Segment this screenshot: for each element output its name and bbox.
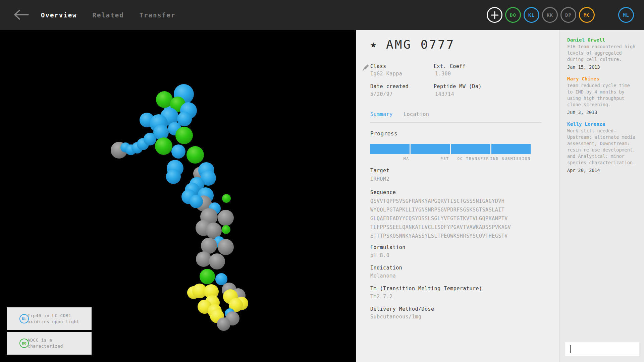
main-nav: Overview Related Transfer [41,0,175,30]
comment-item: Daniel Orwell FIH team encountered high … [567,37,638,70]
field-value: 1.300 [435,71,451,77]
progress-labels: MA PST QC TRANSFER IND SUBMISSION [370,157,531,161]
comment-item: Mary Chimes Team reduced cycle time to I… [567,76,638,115]
progress-segment-ind-submission[interactable] [491,144,531,154]
avatar-do[interactable]: DO [505,7,521,23]
atom-sphere-b [166,169,181,184]
progress-segment-pst[interactable] [411,144,450,154]
annotation-note-do[interactable]: DO ADCC is a characterized [7,332,92,355]
badge-initials: DO [22,341,26,346]
annotation-text: ADCC is a characterized [28,337,88,349]
annotation-author-badge: DO [19,339,29,348]
annotation-text: Trp40 in LC CDR1 oxidizes upon light [28,313,88,325]
atom-sphere-x [201,238,217,254]
section-value: IRHOM2 [370,176,389,182]
field-value: 143714 [435,91,454,97]
add-button[interactable] [487,7,502,23]
field-label: Class [370,63,386,69]
top-bar: Overview Related Transfer DO KL KK DP MC… [0,0,644,30]
atom-sphere-g [200,269,215,284]
avatar-group: DO KL KK DP MC ML [487,7,634,23]
section-value: Subcutaneous/1mg [370,314,422,320]
comment-input[interactable] [565,342,639,356]
atom-sphere-b [215,273,227,285]
avatar-initials: ML [623,12,629,18]
comment-input-box [565,342,639,356]
comment-text: Work still needed— Upstream: alternate m… [567,128,638,166]
atom-sphere-g [222,194,231,203]
atom-sphere-g [186,146,204,164]
atom-sphere-b [190,195,203,208]
comment-author: Kelly Lorenza [567,121,638,127]
avatar-initials: MC [584,12,590,18]
section-label: Sequence [370,189,396,195]
progress-label: MA [370,157,409,161]
tab-related[interactable]: Related [93,11,124,19]
atom-sphere-g [175,127,193,144]
edit-pencil-icon[interactable] [362,64,369,73]
atom-sphere-b [153,125,169,140]
field-value: 5/20/97 [370,91,393,97]
page-title: AMG 0777 [386,38,455,51]
field-label: Peptide MW (Da) [434,83,482,89]
atom-sphere-x [218,239,234,255]
details-panel: ★ AMG 0777 Class IgG2-Kappa Ext. Coeff 1… [356,30,559,362]
atom-sphere-g [155,137,172,155]
avatar-initials: DP [565,12,572,18]
progress-label: PST [410,157,449,161]
avatar-initials: DO [510,12,516,18]
avatar-kk[interactable]: KK [542,7,558,23]
atom-sphere-x [218,210,234,226]
progress-title: Progress [370,130,397,137]
comment-text: FIH team encountered high levels of aggr… [567,44,638,63]
atom-sphere-b [171,144,185,159]
favorite-star-icon[interactable]: ★ [370,38,376,50]
tab-transfer[interactable]: Transfer [140,11,176,19]
comment-date: Jun 3, 2013 [567,110,638,115]
field-label: Ext. Coeff [434,63,466,69]
section-label: Target [370,168,389,174]
back-arrow-icon[interactable] [13,9,29,21]
progress-label: IND SUBMISSION [490,157,531,161]
atom-sphere-g [222,225,230,234]
avatar-initials: KK [547,12,553,18]
section-value: Tm2 7.2 [370,294,393,300]
section-label: Tm (Transition Melting Temperature) [370,286,482,292]
annotation-author-badge: KL [19,314,29,323]
field-label: Date created [370,83,409,89]
comment-author: Mary Chimes [567,76,638,81]
atom-sphere-x [209,253,225,269]
section-label: Formulation [370,244,406,250]
progress-bar [370,144,531,154]
section-value: Melanoma [370,273,396,279]
comments-panel: Daniel Orwell FIH team encountered high … [559,30,644,362]
divider [370,122,541,123]
tab-location[interactable]: Location [404,111,429,117]
avatar-current-user[interactable]: ML [618,7,634,23]
molecule-viewport[interactable]: KL Trp40 in LC CDR1 oxidizes upon light … [0,30,356,362]
comment-date: Apr 20, 2014 [567,168,638,173]
field-value: IgG2-Kappa [370,71,402,77]
atom-sphere-x [196,251,211,267]
sequence-text: QSVVTQPPSVSGFRANKYAPGQRVTISCTGSSSNIGAGYD… [370,197,551,240]
tab-overview[interactable]: Overview [41,11,77,19]
avatar-dp[interactable]: DP [560,7,576,23]
atom-sphere-x [206,223,222,239]
avatar-mc[interactable]: MC [579,7,595,23]
progress-segment-qc-transfer[interactable] [451,144,490,154]
comment-text: Team reduced cycle time to IND by 4 mont… [567,82,638,108]
comment-item: Kelly Lorenza Work still needed— Upstrea… [567,121,638,173]
badge-initials: KL [22,317,26,321]
comment-date: Jan 15, 2013 [567,64,638,70]
section-label: Delivery Method/Dose [370,306,434,312]
app: Overview Related Transfer DO KL KK DP MC… [0,0,644,362]
section-value: pH 8.0 [370,252,389,258]
tab-summary[interactable]: Summary [370,111,393,117]
section-label: Indication [370,265,402,271]
annotation-note-kl[interactable]: KL Trp40 in LC CDR1 oxidizes upon light [7,307,92,330]
progress-label: QC TRANSFER [450,157,489,161]
comment-author: Daniel Orwell [567,37,638,43]
atom-sphere-x [217,317,230,331]
avatar-kl[interactable]: KL [524,7,539,23]
progress-segment-ma[interactable] [370,144,410,154]
